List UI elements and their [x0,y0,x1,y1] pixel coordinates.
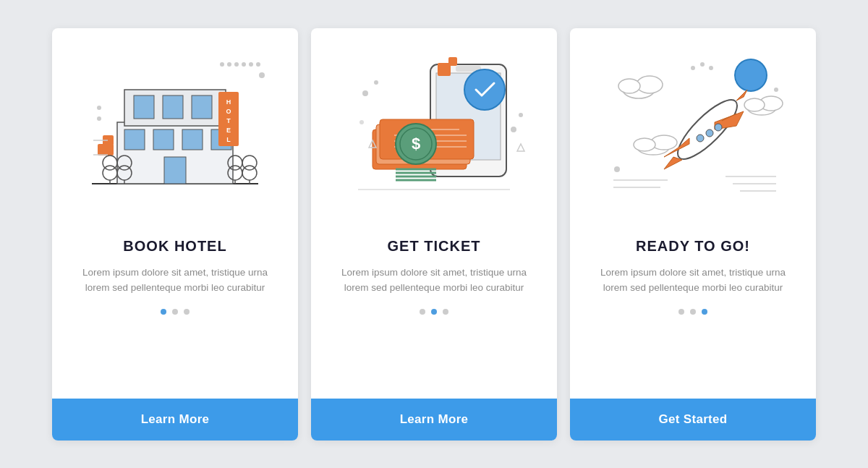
svg-point-66 [519,113,523,117]
get-started-button[interactable]: Get Started [570,399,816,441]
svg-rect-17 [98,144,114,156]
svg-point-34 [242,62,246,67]
card-get-ticket: $ [311,28,557,441]
card-get-ticket-title: GET TICKET [388,238,481,255]
svg-point-64 [359,120,364,124]
card-ready-to-go: READY TO GO! Lorem ipsum dolore sit amet… [570,28,816,441]
svg-rect-5 [192,95,212,119]
svg-marker-68 [517,144,524,151]
svg-text:L: L [226,136,231,143]
svg-point-35 [249,62,253,67]
svg-point-79 [634,138,655,151]
svg-rect-61 [448,57,457,66]
dot-2 [172,309,178,315]
card-get-ticket-dots [420,309,448,315]
hotel-illustration: H O T E L [52,28,298,231]
svg-text:O: O [226,108,231,115]
svg-point-92 [614,166,620,172]
svg-point-31 [220,62,224,67]
svg-point-83 [697,135,704,142]
svg-point-81 [715,124,722,131]
svg-rect-4 [163,95,183,119]
svg-point-63 [374,80,378,85]
svg-point-38 [97,106,101,110]
card-book-hotel: H O T E L [52,28,298,441]
svg-text:E: E [226,127,231,134]
card-get-ticket-content: GET TICKET Lorem ipsum dolore sit amet, … [311,231,557,399]
dot-1 [161,309,166,315]
svg-text:T: T [226,117,231,124]
svg-point-37 [259,72,265,78]
svg-point-36 [256,62,260,67]
svg-point-20 [103,156,117,170]
dot-3 [184,309,190,315]
dot-1 [678,309,684,315]
svg-point-76 [744,98,765,111]
svg-point-73 [618,79,640,93]
svg-point-39 [97,116,101,121]
card-get-ticket-desc: Lorem ipsum dolore sit amet, tristique u… [333,265,535,296]
card-book-hotel-title: BOOK HOTEL [123,238,226,255]
svg-point-91 [709,66,713,70]
svg-point-32 [227,62,231,67]
cards-container: H O T E L [0,7,868,462]
card-ready-to-go-dots [678,309,707,315]
card-ready-to-go-title: READY TO GO! [636,238,750,255]
ticket-illustration: $ [311,28,557,231]
svg-text:$: $ [412,135,420,153]
svg-point-70 [735,59,767,91]
card-book-hotel-dots [161,309,190,315]
learn-more-button-1[interactable]: Learn More [52,399,298,441]
dot-2 [431,309,437,315]
svg-rect-6 [124,129,145,150]
svg-point-33 [234,62,239,67]
svg-point-93 [774,88,778,92]
plane-illustration [570,28,816,231]
svg-text:H: H [226,98,231,106]
learn-more-button-2[interactable]: Learn More [311,399,557,441]
card-ready-to-go-content: READY TO GO! Lorem ipsum dolore sit amet… [570,231,816,399]
svg-rect-10 [164,157,186,184]
card-book-hotel-content: BOOK HOTEL Lorem ipsum dolore sit amet, … [52,231,298,399]
svg-point-59 [464,69,505,110]
card-book-hotel-desc: Lorem ipsum dolore sit amet, tristique u… [74,265,276,296]
dot-2 [690,309,696,315]
svg-point-82 [706,129,713,137]
svg-point-65 [511,127,516,132]
svg-rect-3 [134,95,154,119]
dot-3 [443,309,448,315]
svg-point-29 [242,156,257,170]
svg-point-62 [362,90,368,96]
dot-3 [702,309,707,315]
card-ready-to-go-desc: Lorem ipsum dolore sit amet, tristique u… [592,265,794,296]
svg-rect-7 [153,129,174,150]
svg-point-80 [670,92,744,166]
dot-1 [420,309,425,315]
svg-point-89 [691,66,695,70]
svg-rect-8 [182,129,203,150]
svg-point-90 [700,62,705,67]
